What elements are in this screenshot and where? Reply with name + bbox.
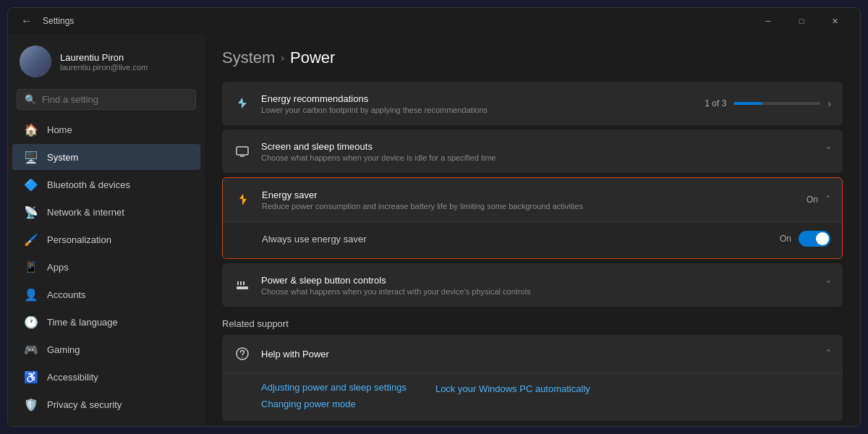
search-box[interactable]: 🔍 <box>17 89 196 110</box>
system-icon: 🖥️ <box>24 150 38 164</box>
accounts-icon: 👤 <box>24 287 38 302</box>
power-sleep-text: Power & sleep button controls Choose wha… <box>261 275 816 296</box>
home-icon: 🏠 <box>24 122 38 137</box>
energy-rec-text: Energy recommendations Lower your carbon… <box>261 93 694 114</box>
user-email: laurentiu.piron@live.com <box>60 63 148 72</box>
screen-sleep-text: Screen and sleep timeouts Choose what ha… <box>261 141 816 162</box>
energy-saver-toggle[interactable] <box>799 231 830 247</box>
sidebar-item-personalization[interactable]: 🖌️ Personalization <box>12 226 200 252</box>
update-icon: 🔄 <box>24 425 38 426</box>
privacy-icon: 🛡️ <box>24 397 38 412</box>
energy-saver-subtitle: Reduce power consumption and increase ba… <box>262 202 796 210</box>
sidebar-label-bluetooth: Bluetooth & devices <box>47 179 130 190</box>
sidebar-label-personalization: Personalization <box>47 234 111 245</box>
sidebar-label-gaming: Gaming <box>47 344 80 355</box>
sidebar-label-accounts: Accounts <box>47 289 85 300</box>
main-content: System › Power Energy recommendations Lo… <box>205 34 860 426</box>
power-sleep-card: Power & sleep button controls Choose wha… <box>222 263 843 307</box>
network-icon: 📡 <box>24 205 38 219</box>
energy-rec-subtitle: Lower your carbon footprint by applying … <box>261 106 694 114</box>
energy-saver-chevron: ˄ <box>825 194 830 205</box>
help-chevron: ˄ <box>826 348 831 359</box>
energy-recommendations-card: Energy recommendations Lower your carbon… <box>222 82 843 125</box>
sidebar-label-time: Time & language <box>47 317 118 328</box>
gaming-icon: 🎮 <box>24 342 38 357</box>
close-button[interactable]: ✕ <box>818 9 851 33</box>
sidebar-item-accounts[interactable]: 👤 Accounts <box>12 281 200 307</box>
energy-rec-progress-fill <box>733 102 762 105</box>
screen-sleep-icon <box>234 142 251 160</box>
breadcrumb-arrow: › <box>281 52 284 64</box>
minimize-button[interactable]: ─ <box>752 9 785 33</box>
sidebar-label-privacy: Privacy & security <box>47 399 122 410</box>
power-sleep-row[interactable]: Power & sleep button controls Choose wha… <box>222 263 843 307</box>
power-sleep-title: Power & sleep button controls <box>261 275 816 286</box>
power-sleep-subtitle: Choose what happens when you interact wi… <box>261 287 816 296</box>
search-icon: 🔍 <box>25 94 36 105</box>
help-link-lock[interactable]: Lock your Windows PC automatically <box>435 383 590 394</box>
screen-sleep-title: Screen and sleep timeouts <box>261 141 816 152</box>
sidebar-item-accessibility[interactable]: ♿ Accessibility <box>12 364 200 390</box>
bluetooth-icon: 🔷 <box>24 177 38 192</box>
sidebar: Laurentiu Piron laurentiu.piron@live.com… <box>8 34 205 426</box>
screen-sleep-row[interactable]: Screen and sleep timeouts Choose what ha… <box>222 129 843 173</box>
settings-window: ← Settings ─ □ ✕ Laurentiu Piron laurent… <box>7 7 861 427</box>
screen-sleep-card: Screen and sleep timeouts Choose what ha… <box>222 129 843 173</box>
svg-point-7 <box>242 357 243 358</box>
sidebar-item-home[interactable]: 🏠 Home <box>12 116 200 142</box>
time-icon: 🕐 <box>24 315 38 329</box>
help-icon <box>234 345 251 362</box>
sidebar-item-system[interactable]: 🖥️ System <box>12 144 200 170</box>
user-section[interactable]: Laurentiu Piron laurentiu.piron@live.com <box>8 34 205 86</box>
energy-saver-title: Energy saver <box>262 190 796 200</box>
energy-saver-status: On <box>807 195 818 205</box>
screen-sleep-right: ˅ <box>826 145 831 157</box>
power-sleep-right: ˅ <box>826 279 831 291</box>
apps-icon: 📱 <box>24 260 38 274</box>
help-link-adjusting[interactable]: Adjusting power and sleep settings <box>261 382 407 393</box>
energy-rec-title: Energy recommendations <box>261 93 694 104</box>
breadcrumb-parent[interactable]: System <box>222 48 275 67</box>
energy-rec-chevron: › <box>827 98 831 109</box>
energy-saver-text: Energy saver Reduce power consumption an… <box>262 190 796 210</box>
inner-on-label: On <box>780 234 791 244</box>
energy-rec-right: 1 of 3 › <box>705 98 831 109</box>
sidebar-label-system: System <box>47 152 78 163</box>
energy-recommendations-row[interactable]: Energy recommendations Lower your carbon… <box>222 82 843 125</box>
power-sleep-icon <box>234 276 251 294</box>
search-input[interactable] <box>42 94 188 105</box>
energy-saver-right: On ˄ <box>807 194 830 205</box>
window-title: Settings <box>43 16 74 26</box>
help-title: Help with Power <box>261 349 329 359</box>
content-area: Laurentiu Piron laurentiu.piron@live.com… <box>8 34 860 426</box>
avatar <box>20 46 51 77</box>
titlebar: ← Settings ─ □ ✕ <box>8 8 860 34</box>
energy-saver-inner: Always use energy saver On <box>223 221 842 258</box>
breadcrumb-current: Power <box>290 48 335 67</box>
always-use-label: Always use energy saver <box>262 234 367 244</box>
inner-right: On <box>780 231 830 247</box>
titlebar-controls: ─ □ ✕ <box>752 9 851 33</box>
maximize-button[interactable]: □ <box>785 9 818 33</box>
help-header[interactable]: Help with Power ˄ <box>222 335 843 373</box>
toggle-knob <box>816 232 829 245</box>
sidebar-item-gaming[interactable]: 🎮 Gaming <box>12 336 200 362</box>
sidebar-item-apps[interactable]: 📱 Apps <box>12 254 200 280</box>
sidebar-item-time[interactable]: 🕐 Time & language <box>12 309 200 335</box>
sidebar-item-bluetooth[interactable]: 🔷 Bluetooth & devices <box>12 171 200 197</box>
personalization-icon: 🖌️ <box>24 232 38 247</box>
user-info: Laurentiu Piron laurentiu.piron@live.com <box>60 52 148 72</box>
energy-saver-row[interactable]: Energy saver Reduce power consumption an… <box>223 178 842 221</box>
related-title: Related support <box>222 318 843 329</box>
titlebar-left: ← Settings <box>17 11 74 31</box>
help-link-changing[interactable]: Changing power mode <box>261 399 407 409</box>
user-name: Laurentiu Piron <box>60 52 148 63</box>
breadcrumb: System › Power <box>222 48 843 67</box>
sidebar-item-network[interactable]: 📡 Network & internet <box>12 199 200 225</box>
sidebar-item-privacy[interactable]: 🛡️ Privacy & security <box>12 391 200 417</box>
sidebar-label-home: Home <box>47 124 72 135</box>
svg-rect-5 <box>237 286 248 289</box>
energy-rec-badge: 1 of 3 <box>705 98 726 109</box>
sidebar-item-update[interactable]: 🔄 Windows Update <box>12 419 200 426</box>
back-button[interactable]: ← <box>17 11 37 31</box>
